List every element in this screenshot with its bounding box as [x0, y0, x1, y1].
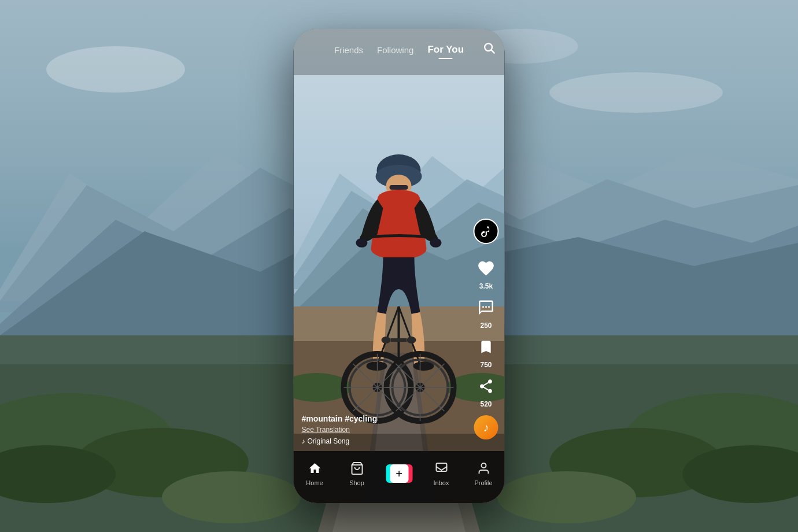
comment-count: 250 — [480, 322, 492, 330]
phone-frame: Friends Following For You — [294, 29, 505, 503]
nav-home[interactable]: Home — [300, 461, 329, 486]
profile-label: Profile — [474, 479, 492, 486]
svg-point-66 — [478, 223, 494, 239]
svg-point-46 — [382, 337, 391, 343]
svg-point-41 — [430, 238, 442, 247]
svg-point-69 — [488, 306, 490, 308]
add-button[interactable]: + — [386, 464, 412, 483]
comment-action: 250 — [474, 295, 499, 330]
svg-point-47 — [407, 337, 416, 343]
creator-avatar-item — [474, 219, 499, 244]
shop-icon — [350, 461, 364, 478]
song-name: Original Song — [308, 437, 350, 445]
music-disc[interactable]: ♪ — [474, 415, 498, 439]
comment-icon — [478, 299, 495, 316]
like-button[interactable] — [474, 256, 499, 281]
music-action: ♪ — [474, 415, 498, 439]
bookmark-button[interactable] — [474, 334, 499, 360]
share-count: 520 — [480, 400, 492, 408]
svg-line-65 — [492, 50, 494, 53]
svg-point-68 — [485, 306, 487, 308]
like-action: 3.5k — [474, 256, 499, 290]
profile-svg — [476, 461, 490, 475]
creator-avatar[interactable] — [474, 219, 499, 244]
bottom-nav: Home Shop + — [294, 451, 505, 503]
inbox-label: Inbox — [434, 479, 449, 486]
heart-icon — [477, 259, 496, 278]
profile-icon — [476, 461, 490, 478]
shop-label: Shop — [349, 479, 364, 486]
tiktok-logo — [478, 223, 494, 239]
bookmark-count: 750 — [480, 361, 492, 369]
svg-rect-35 — [390, 185, 408, 190]
bottom-caption: #mountain #cycling See Translation ♪ Ori… — [302, 414, 470, 445]
comment-button[interactable] — [474, 295, 499, 320]
home-label: Home — [306, 479, 323, 486]
nav-add[interactable]: + — [385, 464, 413, 483]
svg-point-18 — [46, 46, 185, 93]
bookmark-action: 750 — [474, 334, 499, 369]
home-svg — [308, 461, 322, 475]
nav-profile[interactable]: Profile — [469, 461, 498, 486]
caption-song[interactable]: ♪ Original Song — [302, 437, 470, 445]
music-note-small: ♪ — [302, 437, 305, 445]
see-translation[interactable]: See Translation — [302, 426, 470, 434]
add-button-inner: + — [390, 464, 408, 483]
share-action: 520 — [474, 374, 499, 408]
inbox-svg — [434, 461, 448, 475]
bookmark-icon — [478, 339, 494, 355]
music-note-icon: ♪ — [483, 421, 489, 434]
search-icon[interactable] — [483, 36, 496, 57]
svg-point-72 — [481, 463, 486, 468]
caption-hashtags: #mountain #cycling — [302, 414, 470, 423]
svg-point-67 — [482, 306, 484, 308]
svg-point-16 — [162, 471, 301, 523]
shop-svg — [350, 461, 364, 475]
svg-point-36 — [367, 361, 387, 371]
like-count: 3.5k — [479, 282, 493, 290]
svg-point-19 — [549, 72, 723, 113]
side-actions: 3.5k 250 750 — [474, 219, 499, 439]
svg-point-40 — [356, 238, 368, 247]
tab-for-you[interactable]: For You — [427, 44, 464, 56]
tab-friends[interactable]: Friends — [334, 45, 363, 55]
nav-inbox[interactable]: Inbox — [427, 461, 456, 486]
home-icon — [308, 461, 322, 478]
nav-shop[interactable]: Shop — [342, 461, 371, 486]
svg-point-17 — [497, 471, 636, 523]
tab-following[interactable]: Following — [377, 45, 413, 55]
inbox-icon — [434, 461, 448, 478]
share-icon — [478, 378, 494, 394]
top-nav: Friends Following For You — [294, 29, 505, 64]
share-button[interactable] — [474, 374, 499, 399]
